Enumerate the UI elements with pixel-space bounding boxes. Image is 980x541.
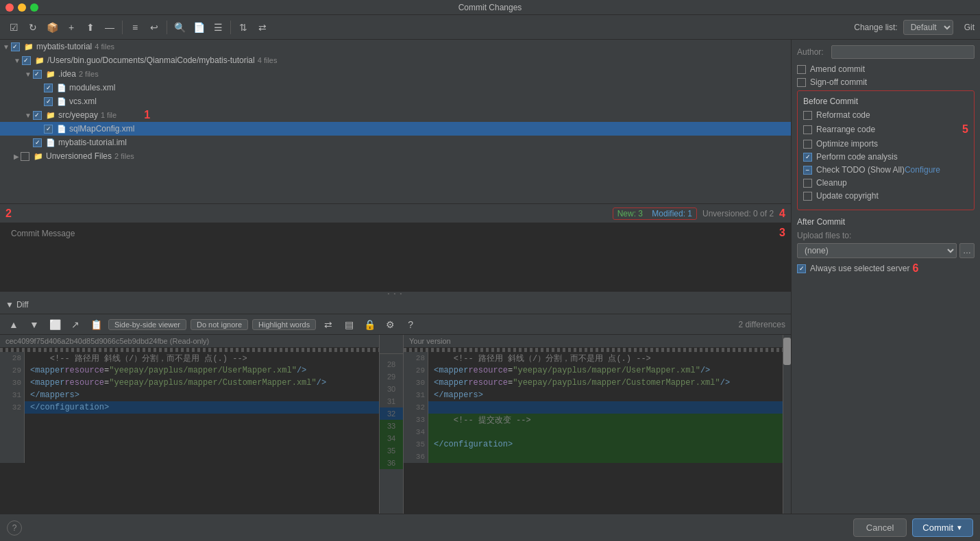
configure-link[interactable]: Configure bbox=[905, 165, 940, 175]
changelist-label: Change list: bbox=[854, 23, 897, 32]
cb-rearrange[interactable] bbox=[803, 125, 812, 134]
minimize-button[interactable] bbox=[18, 3, 26, 12]
changelist-dropdown[interactable]: Default bbox=[903, 20, 953, 35]
folder-icon-unversioned: 📁 bbox=[34, 152, 43, 161]
diff-left-num-28: 28 bbox=[0, 352, 25, 364]
diff-right-panel[interactable]: Your version 28 <!-- 路径用 斜线（/）分割，而不是用 点(… bbox=[404, 335, 783, 514]
author-input[interactable] bbox=[831, 45, 975, 59]
right-panel: Author: Amend commit Sign-off commit Bef… bbox=[792, 40, 980, 514]
optimize-label: Optimize imports bbox=[816, 139, 878, 149]
toolbar-btn-4[interactable]: + bbox=[63, 19, 79, 36]
cb-iml[interactable] bbox=[33, 138, 42, 147]
diff-header: ▼ Diff bbox=[0, 295, 791, 314]
cb-signoff[interactable] bbox=[797, 78, 806, 87]
cb-modules[interactable] bbox=[44, 84, 53, 92]
help-button[interactable]: ? bbox=[7, 520, 22, 536]
diff-frame-btn[interactable]: ⬜ bbox=[47, 316, 63, 333]
upload-dropdown[interactable]: (none) bbox=[797, 243, 957, 258]
toolbar-btn-8[interactable]: ↩ bbox=[146, 19, 162, 36]
annotation-3: 3 bbox=[779, 227, 785, 239]
diff-left-num-29: 29 bbox=[0, 364, 25, 377]
main-content: ▼ 📁 mybatis-tutorial 4 files ▼ 📁 /Users/… bbox=[0, 40, 980, 514]
sync-btn[interactable]: ⇄ bbox=[320, 316, 336, 333]
cb-srcyeepay[interactable] bbox=[33, 111, 42, 120]
diff-copy-btn[interactable]: 📋 bbox=[88, 316, 104, 333]
tree-item-path[interactable]: ▼ 📁 /Users/bin.guo/Documents/QianmaiCode… bbox=[0, 53, 791, 67]
diff-up-btn[interactable]: ▲ bbox=[5, 316, 22, 333]
toolbar-btn-9[interactable]: 🔍 bbox=[171, 19, 188, 36]
diff-left-num-31: 31 bbox=[0, 389, 25, 401]
close-button[interactable] bbox=[5, 3, 14, 12]
maximize-button[interactable] bbox=[30, 3, 38, 12]
file-name-unversioned: Unversioned Files bbox=[46, 151, 112, 161]
diff-right-line-35: 35 </configuration> bbox=[404, 438, 783, 451]
status-badge: New: 3 Modified: 1 bbox=[613, 207, 697, 220]
settings-btn[interactable]: ⚙ bbox=[382, 316, 398, 333]
right-scrollbar[interactable] bbox=[783, 335, 791, 514]
after-commit-title: After Commit bbox=[797, 217, 975, 227]
git-label: Git bbox=[964, 23, 975, 32]
diff-toggle-icon[interactable]: ▼ bbox=[5, 300, 14, 310]
file-name-mybatis: mybatis-tutorial bbox=[36, 42, 92, 51]
cb-cleanup[interactable] bbox=[803, 179, 812, 188]
cancel-button[interactable]: Cancel bbox=[853, 518, 907, 537]
lock-btn[interactable]: 🔒 bbox=[361, 316, 378, 333]
diff-left-line-empty2 bbox=[0, 426, 379, 438]
tree-item-sqlmap[interactable]: 📄 sqlMapConfig.xml bbox=[0, 122, 791, 136]
diff-expand-btn[interactable]: ↗ bbox=[67, 316, 84, 333]
cb-sqlmap[interactable] bbox=[44, 125, 53, 134]
cb-unversioned[interactable] bbox=[21, 152, 29, 161]
diff-left-line-30: 30 <mapper resource="yeepay/payplus/mapp… bbox=[0, 377, 379, 389]
side-by-side-icon-btn[interactable]: ▤ bbox=[341, 316, 357, 333]
diff-left-content-29: <mapper resource="yeepay/payplus/mapper/… bbox=[25, 364, 379, 377]
help-diff-btn[interactable]: ? bbox=[402, 316, 419, 333]
toolbar-btn-12[interactable]: ⇅ bbox=[235, 19, 252, 36]
ignore-btn[interactable]: Do not ignore bbox=[191, 319, 248, 330]
diff-down-btn[interactable]: ▼ bbox=[26, 316, 42, 333]
upload-more-btn[interactable]: … bbox=[959, 243, 975, 258]
tree-item-modules[interactable]: 📄 modules.xml bbox=[0, 81, 791, 95]
cb-path[interactable] bbox=[22, 56, 31, 65]
diff-left-num-e1 bbox=[0, 414, 25, 426]
toolbar-btn-5[interactable]: ⬆ bbox=[82, 19, 99, 36]
tree-item-srcyeepay[interactable]: ▼ 📁 src/yeepay 1 file 1 bbox=[0, 108, 791, 122]
cb-update-copyright[interactable] bbox=[803, 192, 812, 201]
commit-button[interactable]: Commit ▼ bbox=[912, 518, 973, 537]
commit-dropdown-arrow: ▼ bbox=[956, 524, 963, 531]
highlight-btn[interactable]: Highlight words bbox=[252, 319, 316, 330]
diff-right-content-32 bbox=[428, 401, 783, 414]
folder-icon-srcyeepay: 📁 bbox=[46, 111, 56, 120]
toolbar-btn-13[interactable]: ⇄ bbox=[254, 19, 271, 36]
tree-item-vcs[interactable]: 📄 vcs.xml bbox=[0, 95, 791, 108]
diff-right-line-28: 28 <!-- 路径用 斜线（/）分割，而不是用 点(.) --> bbox=[404, 352, 783, 364]
xml-icon-sqlmap: 📄 bbox=[57, 125, 66, 134]
tree-item-mybatis[interactable]: ▼ 📁 mybatis-tutorial 4 files bbox=[0, 40, 791, 53]
toolbar-btn-6[interactable]: — bbox=[101, 19, 118, 36]
diff-count: 2 differences bbox=[739, 320, 786, 329]
toolbar-btn-3[interactable]: 📦 bbox=[44, 19, 60, 36]
commit-message-input[interactable] bbox=[0, 241, 791, 291]
diff-left-num-32: 32 bbox=[0, 401, 25, 414]
tree-item-iml[interactable]: 📄 mybatis-tutorial.iml bbox=[0, 136, 791, 149]
cb-vcs[interactable] bbox=[44, 97, 53, 106]
tree-item-unversioned[interactable]: ▶ 📁 Unversioned Files 2 files bbox=[0, 149, 791, 163]
toolbar-btn-11[interactable]: ☰ bbox=[210, 19, 226, 36]
diff-left-panel[interactable]: cec4099f75d406a2b40d85d9066c5eb9dbd24fbe… bbox=[0, 335, 379, 514]
side-by-side-btn[interactable]: Side-by-side viewer bbox=[108, 319, 186, 330]
tree-item-idea[interactable]: ▼ 📁 .idea 2 files bbox=[0, 67, 791, 81]
cb-code-analysis[interactable] bbox=[803, 153, 812, 162]
code-analysis-row: Perform code analysis bbox=[803, 152, 968, 162]
cb-optimize[interactable] bbox=[803, 140, 812, 149]
toolbar-btn-1[interactable]: ☑ bbox=[5, 19, 22, 36]
toolbar-btn-2[interactable]: ↻ bbox=[25, 19, 41, 36]
toolbar-btn-10[interactable]: 📄 bbox=[191, 19, 207, 36]
cb-idea[interactable] bbox=[33, 70, 42, 79]
folder-icon-mybatis: 📁 bbox=[24, 42, 34, 51]
cb-check-todo[interactable] bbox=[803, 166, 812, 175]
toolbar-btn-7[interactable]: ≡ bbox=[127, 19, 143, 36]
cb-always-server[interactable] bbox=[797, 264, 806, 273]
cb-mybatis[interactable] bbox=[11, 42, 20, 51]
left-panel: ▼ 📁 mybatis-tutorial 4 files ▼ 📁 /Users/… bbox=[0, 40, 792, 514]
cb-reformat[interactable] bbox=[803, 111, 812, 120]
cb-amend[interactable] bbox=[797, 65, 806, 74]
